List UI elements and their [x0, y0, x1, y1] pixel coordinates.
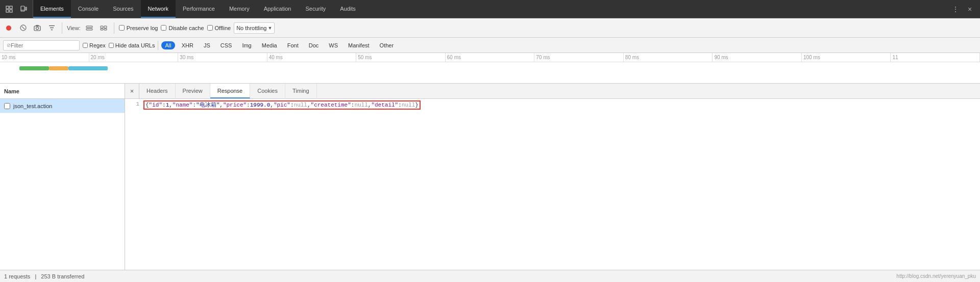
status-requests: 1 requests | 253 B transferred — [4, 273, 84, 279]
filter-type-img[interactable]: Img — [238, 41, 255, 49]
offline-checkbox-group[interactable]: Offline — [207, 25, 231, 31]
detail-panel: × Headers Preview Response Cookies Timin… — [125, 84, 980, 270]
svg-rect-19 — [104, 26, 107, 28]
json-highlighted-block: {"id":1,"name":"电冰箱","price":1999.0,"pic… — [143, 100, 421, 110]
main-content: Name json_test.action × Headers Preview … — [0, 84, 980, 270]
tick-20ms: 20 ms — [89, 53, 179, 62]
disable-cache-checkbox[interactable] — [161, 25, 166, 31]
offline-checkbox[interactable] — [207, 25, 213, 31]
tab-application[interactable]: Application — [257, 0, 299, 18]
hide-data-urls-checkbox[interactable] — [109, 43, 114, 48]
top-tab-bar: Elements Console Sources Network Perform… — [0, 0, 980, 18]
list-item[interactable]: json_test.action — [0, 99, 125, 113]
tab-performance[interactable]: Performance — [176, 0, 222, 18]
screenshot-button[interactable] — [32, 22, 43, 34]
tab-response[interactable]: Response — [210, 84, 251, 98]
tab-cookies[interactable]: Cookies — [250, 84, 285, 98]
tick-70ms: 70 ms — [534, 53, 624, 62]
throttling-label: No throttling — [236, 25, 266, 31]
line-content: {"id":1,"name":"电冰箱","price":1999.0,"pic… — [143, 101, 976, 109]
name-header: Name — [0, 84, 125, 99]
clear-button[interactable] — [17, 22, 29, 34]
svg-line-9 — [21, 27, 24, 30]
timeline-bar-connect — [49, 66, 68, 70]
filter-toggle-button[interactable] — [46, 22, 57, 34]
filter-input[interactable] — [11, 42, 76, 48]
network-toolbar: View: Preserve log Disable cache Offline… — [0, 18, 980, 38]
device-toolbar-icon[interactable] — [17, 3, 30, 15]
svg-rect-17 — [86, 29, 92, 30]
line-number: 1 — [129, 101, 143, 107]
filter-type-font[interactable]: Font — [284, 41, 302, 49]
tab-network[interactable]: Network — [141, 0, 176, 18]
filter-sep — [158, 41, 158, 50]
filter-input-wrap[interactable]: ⊘ — [3, 40, 80, 50]
filter-type-css[interactable]: CSS — [217, 41, 236, 49]
tick-40ms: 40 ms — [267, 53, 357, 62]
preserve-log-checkbox[interactable] — [119, 25, 125, 31]
hide-data-urls-label: Hide data URLs — [115, 42, 155, 48]
tab-sources[interactable]: Sources — [106, 0, 140, 18]
view-label: View: — [67, 25, 81, 31]
filter-search-icon: ⊘ — [7, 42, 11, 48]
tick-30ms: 30 ms — [178, 53, 267, 62]
filter-type-doc[interactable]: Doc — [305, 41, 323, 49]
svg-point-11 — [36, 27, 39, 30]
name-row-checkbox[interactable] — [4, 103, 10, 109]
tick-60ms: 60 ms — [446, 53, 535, 62]
regex-checkbox-group[interactable]: Regex — [83, 42, 106, 48]
throttling-arrow-icon: ▼ — [267, 25, 272, 31]
tab-actions: ⋮ × — [945, 0, 980, 18]
status-bar: 1 requests | 253 B transferred http://bl… — [0, 270, 980, 282]
regex-checkbox[interactable] — [83, 43, 88, 48]
response-line-1: 1 {"id":1,"name":"电冰箱","price":1999.0,"p… — [129, 101, 976, 110]
tab-memory[interactable]: Memory — [222, 0, 257, 18]
svg-rect-20 — [101, 29, 103, 30]
tick-110ms: 11 — [891, 53, 980, 62]
tick-100ms: 100 ms — [802, 53, 891, 62]
tick-80ms: 80 ms — [624, 53, 713, 62]
tab-timing[interactable]: Timing — [285, 84, 317, 98]
filter-type-js[interactable]: JS — [200, 41, 214, 49]
detail-close-button[interactable]: × — [125, 84, 139, 98]
timeline-bar-dns — [19, 66, 49, 70]
svg-rect-1 — [10, 6, 12, 9]
tick-50ms: 50 ms — [356, 53, 446, 62]
filter-type-xhr[interactable]: XHR — [178, 41, 197, 49]
disable-cache-checkbox-group[interactable]: Disable cache — [161, 25, 204, 31]
timeline-bar-request — [68, 66, 108, 70]
hide-data-urls-checkbox-group[interactable]: Hide data URLs — [109, 42, 155, 48]
record-button[interactable] — [3, 22, 14, 34]
network-timeline: 10 ms 20 ms 30 ms 40 ms 50 ms 60 ms 70 m… — [0, 53, 980, 84]
filter-type-all[interactable]: All — [161, 41, 175, 49]
name-panel: Name json_test.action — [0, 84, 125, 270]
svg-rect-16 — [86, 26, 92, 28]
tab-headers[interactable]: Headers — [139, 84, 176, 98]
tab-security[interactable]: Security — [298, 0, 333, 18]
throttling-select[interactable]: No throttling ▼ — [234, 22, 275, 34]
detail-tabs: × Headers Preview Response Cookies Timin… — [125, 84, 980, 99]
large-rows-view-button[interactable] — [84, 22, 95, 34]
close-devtools-icon[interactable]: × — [964, 3, 976, 15]
tab-console[interactable]: Console — [71, 0, 106, 18]
name-row-label: json_test.action — [13, 103, 52, 109]
group-by-frame-button[interactable] — [98, 22, 109, 34]
response-content: 1 {"id":1,"name":"电冰箱","price":1999.0,"p… — [125, 99, 980, 270]
inspect-icon[interactable] — [3, 3, 15, 15]
filter-type-media[interactable]: Media — [258, 41, 281, 49]
tab-preview[interactable]: Preview — [176, 84, 210, 98]
filter-type-manifest[interactable]: Manifest — [345, 41, 373, 49]
filter-bar: ⊘ Regex Hide data URLs All XHR JS CSS Im… — [0, 38, 980, 53]
timeline-bar-area — [0, 63, 980, 83]
svg-point-7 — [6, 25, 11, 31]
svg-rect-0 — [6, 6, 9, 9]
svg-rect-2 — [6, 10, 9, 12]
filter-type-ws[interactable]: WS — [325, 41, 341, 49]
preserve-log-checkbox-group[interactable]: Preserve log — [119, 25, 158, 31]
tab-elements[interactable]: Elements — [33, 0, 71, 18]
filter-type-other[interactable]: Other — [376, 41, 398, 49]
more-tools-icon[interactable]: ⋮ — [949, 3, 962, 15]
svg-rect-18 — [101, 26, 103, 28]
devtools-icons — [0, 0, 33, 18]
tab-audits[interactable]: Audits — [333, 0, 363, 18]
